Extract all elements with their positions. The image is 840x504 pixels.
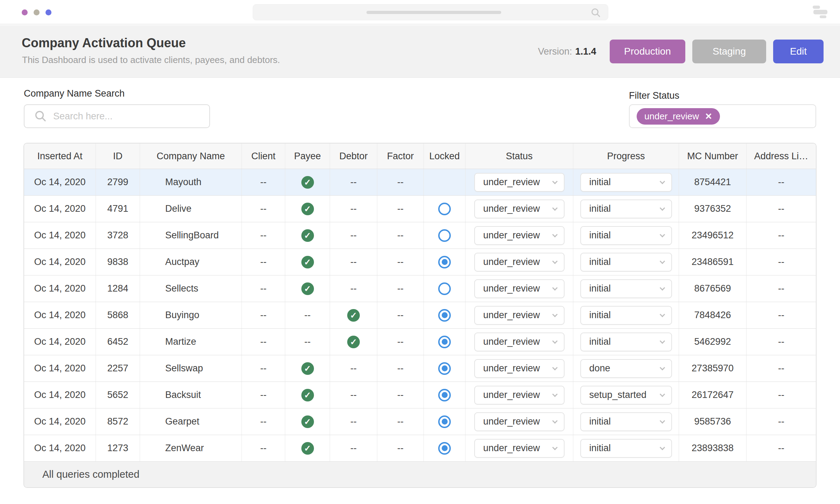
lock-radio[interactable]	[438, 415, 451, 428]
cell-locked	[424, 435, 465, 461]
cell-factor: --	[377, 302, 424, 328]
lock-radio[interactable]	[438, 362, 451, 375]
url-placeholder-bar	[366, 11, 501, 14]
progress-value: setup_started	[589, 390, 647, 400]
status-value: under_review	[483, 230, 540, 241]
status-select[interactable]: under_review	[474, 253, 565, 272]
cell-payee: ✓	[285, 169, 330, 195]
lock-radio[interactable]	[438, 336, 451, 348]
cell-factor: --	[377, 249, 424, 275]
chevron-down-icon	[552, 338, 558, 344]
cell-company-name: Sellects	[140, 275, 242, 302]
status-select[interactable]: under_review	[474, 279, 565, 298]
cell-address: --	[747, 329, 816, 355]
version-label: Version:	[538, 46, 572, 57]
progress-select[interactable]: initial	[580, 412, 672, 431]
cell-debtor: ✓	[330, 329, 377, 355]
cell-payee: ✓	[285, 249, 330, 275]
progress-value: initial	[589, 416, 611, 427]
lock-radio[interactable]	[438, 229, 451, 242]
lock-radio[interactable]	[438, 203, 451, 215]
progress-select[interactable]: done	[580, 359, 672, 378]
progress-select[interactable]: initial	[580, 253, 672, 272]
status-select[interactable]: under_review	[474, 306, 565, 325]
status-select[interactable]: under_review	[474, 439, 565, 458]
cell-company-name: ZenWear	[140, 435, 242, 461]
cell-company-name: Sellswap	[140, 355, 242, 382]
filter-status-box[interactable]: under_review ✕	[629, 104, 816, 128]
progress-select[interactable]: initial	[580, 306, 672, 325]
progress-value: initial	[589, 203, 611, 214]
cell-inserted-at: Oc 14, 2020	[24, 329, 96, 355]
table-body: Oc 14, 20202799Mayouth--✓----under_revie…	[24, 169, 816, 461]
progress-select[interactable]: setup_started	[580, 386, 672, 405]
chevron-down-icon	[659, 285, 665, 290]
status-select[interactable]: under_review	[474, 226, 565, 245]
table-row: Oc 14, 20206452Martize----✓--under_revie…	[24, 328, 816, 355]
lock-radio[interactable]	[438, 256, 451, 268]
status-value: under_review	[483, 416, 540, 427]
chevron-down-icon	[659, 365, 665, 370]
progress-select[interactable]: initial	[580, 226, 672, 245]
table-row: Oc 14, 20202799Mayouth--✓----under_revie…	[24, 169, 816, 195]
cell-mc-number: 23893838	[679, 435, 747, 461]
cell-address: --	[747, 435, 816, 461]
table-row: Oc 14, 20205868Buyingo----✓--under_revie…	[24, 302, 816, 328]
version-value: 1.1.4	[575, 46, 596, 57]
browser-search-bar[interactable]	[253, 4, 608, 20]
staging-button[interactable]: Staging	[692, 40, 766, 63]
chevron-down-icon	[659, 258, 665, 264]
cell-mc-number: 8676569	[679, 275, 747, 302]
cell-mc-number: 26172647	[679, 382, 747, 408]
lock-radio[interactable]	[438, 309, 451, 322]
cell-id: 4791	[96, 196, 140, 222]
search-icon	[34, 110, 47, 122]
window-dot-olive[interactable]	[34, 9, 40, 15]
window-controls	[22, 9, 51, 15]
window-dot-purple[interactable]	[22, 9, 28, 15]
progress-select[interactable]: initial	[580, 173, 672, 192]
status-select[interactable]: under_review	[474, 200, 565, 218]
progress-select[interactable]: initial	[580, 439, 672, 458]
cell-payee: --	[285, 302, 330, 328]
window-dot-blue[interactable]	[46, 9, 51, 15]
status-select[interactable]: under_review	[474, 386, 565, 405]
filter-chip-label: under_review	[644, 111, 699, 122]
status-value: under_review	[483, 177, 540, 188]
lock-radio[interactable]	[438, 442, 451, 455]
lock-radio[interactable]	[438, 282, 451, 295]
status-select[interactable]: under_review	[474, 359, 565, 378]
search-icon	[590, 7, 601, 18]
cell-id: 3728	[96, 222, 140, 248]
column-header: Locked	[424, 144, 465, 169]
progress-select[interactable]: initial	[580, 279, 672, 298]
cell-client: --	[242, 222, 285, 248]
status-select[interactable]: under_review	[474, 173, 565, 192]
progress-select[interactable]: initial	[580, 200, 672, 218]
close-icon[interactable]: ✕	[705, 111, 712, 121]
table-row: Oc 14, 20209838Auctpay--✓----under_revie…	[24, 248, 816, 275]
cell-status: under_review	[465, 382, 573, 408]
cell-payee: ✓	[285, 382, 330, 408]
cell-address: --	[747, 275, 816, 302]
cell-debtor: --	[330, 222, 377, 248]
menu-icon[interactable]	[813, 6, 829, 20]
status-select[interactable]: under_review	[474, 332, 565, 351]
cell-client: --	[242, 355, 285, 382]
production-button[interactable]: Production	[610, 40, 685, 63]
edit-button[interactable]: Edit	[773, 40, 824, 63]
cell-status: under_review	[465, 408, 573, 435]
company-search-input[interactable]	[53, 105, 209, 127]
cell-status: under_review	[465, 302, 573, 328]
lock-radio[interactable]	[438, 389, 451, 401]
cell-debtor: --	[330, 408, 377, 435]
cell-inserted-at: Oc 14, 2020	[24, 302, 96, 328]
app-header: Company Activation Queue This Dashboard …	[0, 25, 840, 78]
cell-status: under_review	[465, 196, 573, 222]
chevron-down-icon	[659, 338, 665, 344]
progress-value: initial	[589, 336, 611, 347]
cell-id: 1284	[96, 275, 140, 302]
status-select[interactable]: under_review	[474, 412, 565, 431]
cell-debtor: --	[330, 275, 377, 302]
progress-select[interactable]: initial	[580, 332, 672, 351]
